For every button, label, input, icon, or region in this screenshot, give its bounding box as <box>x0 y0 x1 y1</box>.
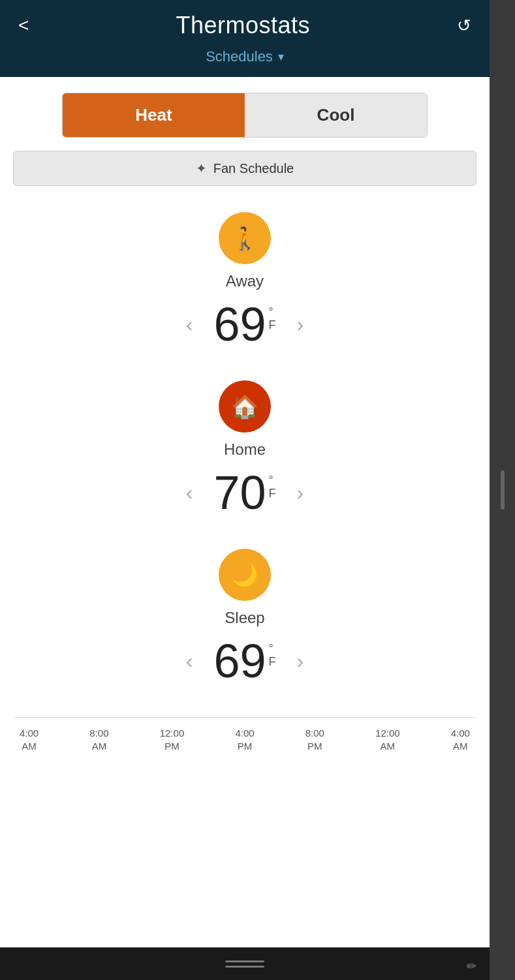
timeline-label-1: 8:00 AM <box>89 727 108 752</box>
pencil-icon: ✏ <box>467 959 476 973</box>
home-label: Home <box>224 440 266 459</box>
away-temp-display: 69 ° F <box>213 301 275 348</box>
fan-icon: ✦ <box>196 161 207 176</box>
bottom-line-2 <box>225 966 264 968</box>
sleep-temp-control: ‹ 69 ° F › <box>181 637 309 684</box>
timeline: 4:00 AM 8:00 AM 12:00 PM 4:00 <box>13 717 476 765</box>
away-temp-control: ‹ 69 ° F › <box>181 301 309 348</box>
sleep-temp-decrease[interactable]: ‹ <box>181 644 198 679</box>
main-content: Heat Cool ✦ Fan Schedule 🚶 Away ‹ <box>0 77 490 980</box>
home-temp-value: 70 <box>213 469 266 516</box>
away-icon: 🚶 <box>231 225 258 251</box>
home-temp-unit: ° F <box>269 469 276 500</box>
bottom-line-1 <box>225 960 264 962</box>
heat-button[interactable]: Heat <box>63 93 245 137</box>
header: < Thermostats ↺ Schedules ▾ <box>0 0 490 77</box>
away-temp-unit: ° F <box>269 301 276 332</box>
home-temp-control: ‹ 70 ° F › <box>181 469 309 516</box>
heat-cool-toggle[interactable]: Heat Cool <box>62 93 428 138</box>
scrollbar[interactable] <box>490 0 515 980</box>
timeline-label-4: 8:00 PM <box>305 727 324 752</box>
chevron-down-icon: ▾ <box>278 50 284 64</box>
home-temp-decrease[interactable]: ‹ <box>181 476 198 510</box>
sleep-icon-circle: 🌙 <box>219 549 271 601</box>
sleep-temp-value: 69 <box>213 637 266 684</box>
bottom-bar-handle <box>225 960 264 968</box>
sleep-mode-section: 🌙 Sleep ‹ 69 ° F › <box>13 549 476 684</box>
cool-button[interactable]: Cool <box>245 93 427 137</box>
sleep-label: Sleep <box>225 609 264 627</box>
sleep-temp-display: 69 ° F <box>213 637 275 684</box>
scrollbar-handle[interactable] <box>501 470 505 510</box>
refresh-button[interactable]: ↺ <box>457 16 471 36</box>
sleep-temp-increase[interactable]: › <box>292 644 309 679</box>
away-temp-decrease[interactable]: ‹ <box>181 307 198 342</box>
away-temp-increase[interactable]: › <box>292 307 309 342</box>
page-title: Thermostats <box>176 12 310 39</box>
timeline-label-5: 12:00 AM <box>375 727 400 752</box>
sleep-temp-unit: ° F <box>269 637 276 669</box>
bottom-bar: ✏ <box>0 947 490 980</box>
timeline-labels: 4:00 AM 8:00 AM 12:00 PM 4:00 <box>20 727 470 752</box>
timeline-label-6: 4:00 AM <box>451 727 470 752</box>
fan-schedule-label: Fan Schedule <box>213 161 294 176</box>
away-label: Away <box>226 272 264 290</box>
timeline-label-0: 4:00 AM <box>20 727 39 752</box>
home-temp-display: 70 ° F <box>213 469 275 516</box>
away-temp-value: 69 <box>213 301 266 348</box>
fan-schedule-button[interactable]: ✦ Fan Schedule <box>13 151 476 186</box>
schedules-dropdown[interactable]: Schedules ▾ <box>206 48 284 77</box>
away-mode-section: 🚶 Away ‹ 69 ° F › <box>13 212 476 348</box>
home-temp-increase[interactable]: › <box>292 476 309 510</box>
timeline-label-3: 4:00 PM <box>235 727 254 752</box>
sleep-icon: 🌙 <box>231 562 258 588</box>
schedules-label: Schedules <box>206 48 273 65</box>
home-mode-section: 🏠 Home ‹ 70 ° F › <box>13 380 476 516</box>
timeline-label-2: 12:00 PM <box>160 727 185 752</box>
home-icon: 🏠 <box>231 393 258 420</box>
away-icon-circle: 🚶 <box>219 212 271 264</box>
back-button[interactable]: < <box>18 16 29 35</box>
home-icon-circle: 🏠 <box>219 380 271 433</box>
